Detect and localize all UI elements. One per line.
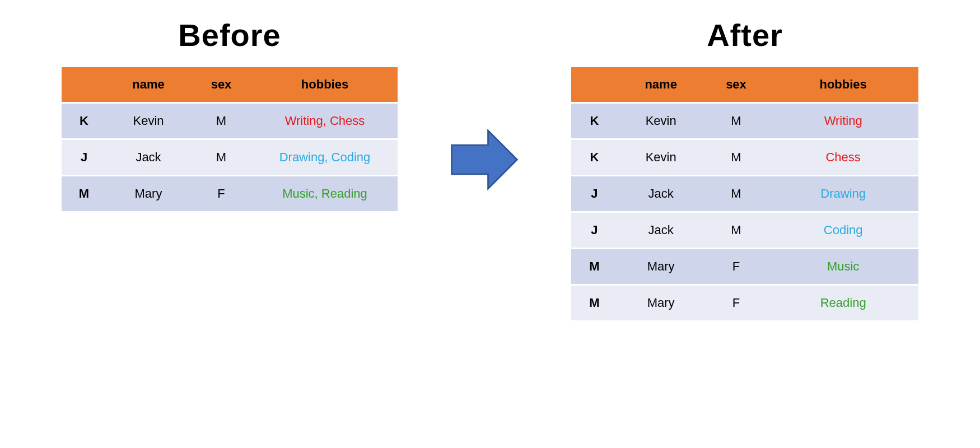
table-header-row: name sex hobbies bbox=[62, 67, 398, 103]
row-hobbies: Writing, Chess bbox=[252, 103, 398, 139]
after-title: After bbox=[707, 17, 783, 53]
arrow-container bbox=[448, 17, 521, 196]
row-name: Jack bbox=[618, 212, 704, 249]
row-hobbies: Music, Reading bbox=[252, 176, 398, 212]
col-name: name bbox=[618, 67, 704, 103]
row-name: Kevin bbox=[618, 103, 704, 139]
row-sex: F bbox=[704, 249, 768, 285]
col-idx bbox=[571, 67, 618, 103]
row-name: Mary bbox=[618, 285, 704, 321]
table-header-row: name sex hobbies bbox=[571, 67, 918, 103]
table-row: KKevinMChess bbox=[571, 139, 918, 176]
row-index: J bbox=[571, 212, 618, 249]
row-hobbies: Music bbox=[768, 249, 918, 285]
table-row: MMaryFMusic, Reading bbox=[62, 176, 398, 212]
row-sex: M bbox=[704, 176, 768, 212]
row-sex: F bbox=[190, 176, 252, 212]
row-name: Mary bbox=[106, 176, 190, 212]
table-row: MMaryFReading bbox=[571, 285, 918, 321]
col-hobbies: hobbies bbox=[252, 67, 398, 103]
before-table: name sex hobbies KKevinMWriting, ChessJJ… bbox=[62, 67, 398, 213]
row-index: J bbox=[571, 176, 618, 212]
row-hobbies: Coding bbox=[768, 212, 918, 249]
row-index: K bbox=[571, 139, 618, 176]
row-sex: F bbox=[704, 285, 768, 321]
row-sex: M bbox=[704, 139, 768, 176]
after-table: name sex hobbies KKevinMWritingKKevinMCh… bbox=[571, 67, 918, 322]
row-name: Kevin bbox=[618, 139, 704, 176]
row-sex: M bbox=[190, 139, 252, 176]
table-row: JJackMDrawing bbox=[571, 176, 918, 212]
col-idx bbox=[62, 67, 106, 103]
table-row: MMaryFMusic bbox=[571, 249, 918, 285]
row-hobbies: Reading bbox=[768, 285, 918, 321]
row-name: Kevin bbox=[106, 103, 190, 139]
row-sex: M bbox=[704, 103, 768, 139]
row-name: Jack bbox=[618, 176, 704, 212]
row-hobbies: Chess bbox=[768, 139, 918, 176]
svg-marker-0 bbox=[452, 130, 517, 189]
row-name: Mary bbox=[618, 249, 704, 285]
row-index: M bbox=[571, 249, 618, 285]
row-hobbies: Drawing, Coding bbox=[252, 139, 398, 176]
table-row: KKevinMWriting, Chess bbox=[62, 103, 398, 139]
row-hobbies: Writing bbox=[768, 103, 918, 139]
row-index: M bbox=[62, 176, 106, 212]
row-name: Jack bbox=[106, 139, 190, 176]
table-row: JJackMDrawing, Coding bbox=[62, 139, 398, 176]
col-hobbies: hobbies bbox=[768, 67, 918, 103]
row-sex: M bbox=[704, 212, 768, 249]
table-row: JJackMCoding bbox=[571, 212, 918, 249]
row-sex: M bbox=[190, 103, 252, 139]
row-index: K bbox=[62, 103, 106, 139]
row-index: K bbox=[571, 103, 618, 139]
arrow-right-icon bbox=[448, 123, 521, 196]
col-sex: sex bbox=[190, 67, 252, 103]
before-title: Before bbox=[178, 17, 281, 53]
diagram-container: Before name sex hobbies KKevinMWriting, … bbox=[0, 0, 980, 322]
row-hobbies: Drawing bbox=[768, 176, 918, 212]
row-index: J bbox=[62, 139, 106, 176]
col-sex: sex bbox=[704, 67, 768, 103]
after-panel: After name sex hobbies KKevinMWritingKKe… bbox=[571, 17, 918, 322]
table-row: KKevinMWriting bbox=[571, 103, 918, 139]
row-index: M bbox=[571, 285, 618, 321]
before-panel: Before name sex hobbies KKevinMWriting, … bbox=[62, 17, 398, 213]
col-name: name bbox=[106, 67, 190, 103]
